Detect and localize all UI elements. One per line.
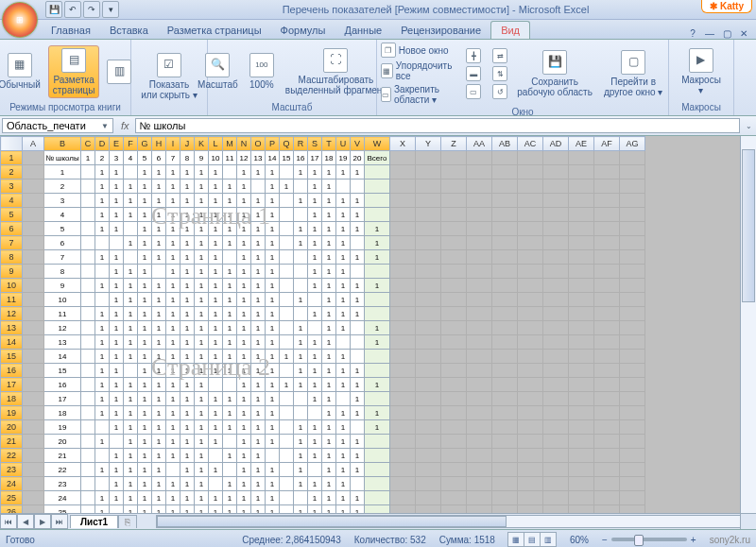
row-header[interactable]: 12	[1, 307, 23, 321]
arrange-all-button[interactable]: ▦Упорядочить все	[379, 60, 457, 82]
cell[interactable]	[280, 364, 294, 378]
cell[interactable]: 1	[195, 250, 209, 265]
cell[interactable]	[365, 449, 390, 463]
cell[interactable]	[81, 477, 95, 491]
cell[interactable]: 1	[365, 250, 390, 265]
cell[interactable]: 15	[280, 151, 294, 165]
cell[interactable]: 1	[95, 222, 110, 236]
cell[interactable]: 1	[152, 179, 166, 194]
cell[interactable]: 1	[110, 179, 124, 194]
cell[interactable]: 1	[180, 406, 195, 420]
cell[interactable]	[294, 179, 308, 194]
cell[interactable]: 1	[351, 208, 365, 222]
cell[interactable]	[223, 250, 237, 265]
cell[interactable]: 1	[138, 350, 152, 364]
cell[interactable]: 1	[124, 420, 138, 435]
row-header[interactable]: 19	[1, 406, 23, 420]
cell[interactable]: 1	[251, 491, 266, 505]
cell[interactable]: 13	[44, 335, 81, 350]
ribbon-tab[interactable]: Главная	[42, 22, 100, 39]
row-header[interactable]: 7	[1, 236, 23, 250]
row-header[interactable]: 10	[1, 279, 23, 293]
close-icon[interactable]: ✕	[737, 28, 750, 39]
cell[interactable]	[280, 449, 294, 463]
cell[interactable]: 1	[95, 307, 110, 321]
cell[interactable]: 1	[266, 293, 280, 307]
cell[interactable]: 5	[44, 222, 81, 236]
cell[interactable]: 8	[180, 151, 195, 165]
cell[interactable]: 1	[308, 449, 322, 463]
row-header[interactable]: 2	[1, 165, 23, 179]
cell[interactable]	[81, 279, 95, 293]
cell[interactable]: 1	[124, 392, 138, 406]
cell[interactable]: 1	[322, 449, 336, 463]
cell[interactable]: 1	[195, 477, 209, 491]
cell[interactable]: 1	[251, 279, 266, 293]
cell[interactable]: 1	[223, 208, 237, 222]
cell[interactable]	[365, 165, 390, 179]
cell[interactable]: 1	[166, 293, 180, 307]
cell[interactable]: 1	[294, 335, 308, 350]
cell[interactable]: 1	[322, 307, 336, 321]
cell[interactable]: 1	[266, 321, 280, 335]
cell[interactable]	[280, 194, 294, 208]
cell[interactable]: 1	[166, 392, 180, 406]
cell[interactable]: 1	[266, 335, 280, 350]
cell[interactable]	[365, 392, 390, 406]
row-header[interactable]: 20	[1, 420, 23, 435]
cell[interactable]: 1	[195, 406, 209, 420]
cell[interactable]: 1	[336, 463, 351, 477]
row-header[interactable]: 15	[1, 350, 23, 364]
cell[interactable]: 1	[266, 165, 280, 179]
cell[interactable]: 1	[110, 364, 124, 378]
cell[interactable]: 1	[308, 378, 322, 392]
cell[interactable]: 1	[336, 279, 351, 293]
ribbon-tab[interactable]: Формулы	[271, 22, 335, 39]
cell[interactable]: 1	[322, 179, 336, 194]
cell[interactable]: 1	[138, 236, 152, 250]
cell[interactable]: 1	[223, 222, 237, 236]
cell[interactable]: 1	[251, 293, 266, 307]
cell[interactable]: 1	[365, 321, 390, 335]
cell[interactable]: 1	[237, 208, 251, 222]
col-header[interactable]: O	[251, 137, 266, 151]
cell[interactable]: 1	[166, 477, 180, 491]
cell[interactable]: 1	[251, 165, 266, 179]
cell[interactable]: 1	[195, 350, 209, 364]
cell[interactable]: 1	[124, 208, 138, 222]
cell[interactable]: 1	[308, 165, 322, 179]
row-header[interactable]: 5	[1, 208, 23, 222]
cell[interactable]: 1	[180, 420, 195, 435]
cell[interactable]: 1	[280, 378, 294, 392]
cell[interactable]: 1	[365, 236, 390, 250]
cell[interactable]: 1	[251, 477, 266, 491]
cell[interactable]: 1	[195, 194, 209, 208]
cell[interactable]: 1	[95, 406, 110, 420]
cell[interactable]: 1	[266, 307, 280, 321]
cell[interactable]: 1	[152, 463, 166, 477]
cell[interactable]: 1	[308, 491, 322, 505]
cell[interactable]: 1	[209, 406, 223, 420]
cell[interactable]	[81, 420, 95, 435]
cell[interactable]: 1	[166, 350, 180, 364]
cell[interactable]	[81, 236, 95, 250]
cell[interactable]: 1	[195, 179, 209, 194]
cell[interactable]: 1	[223, 477, 237, 491]
cell[interactable]: 1	[138, 477, 152, 491]
cell[interactable]: 3	[110, 151, 124, 165]
cell[interactable]	[81, 435, 95, 449]
cell[interactable]: 1	[180, 392, 195, 406]
cell[interactable]: 1	[266, 179, 280, 194]
cell[interactable]: 1	[237, 179, 251, 194]
cell[interactable]	[280, 208, 294, 222]
cell[interactable]: 1	[336, 236, 351, 250]
cell[interactable]	[81, 293, 95, 307]
cell[interactable]	[81, 179, 95, 194]
col-header[interactable]: W	[365, 137, 390, 151]
cell[interactable]	[81, 491, 95, 505]
cell[interactable]: 1	[124, 491, 138, 505]
cell[interactable]: 1	[166, 165, 180, 179]
cell[interactable]: 1	[251, 307, 266, 321]
cell[interactable]: 1	[138, 222, 152, 236]
cell[interactable]	[365, 194, 390, 208]
